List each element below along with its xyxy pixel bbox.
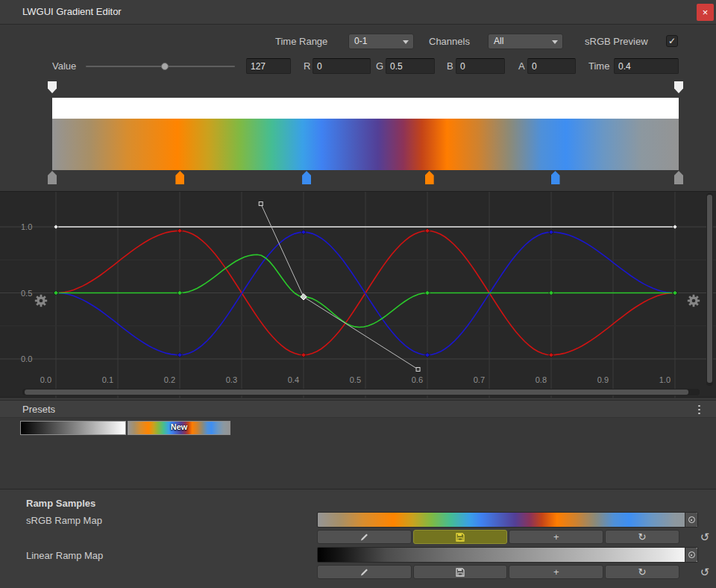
color-key-marker[interactable] — [551, 171, 560, 184]
channels-label: Channels — [429, 34, 470, 49]
curve-editor[interactable]: 0.00.10.20.30.40.50.60.70.80.91.01.00.50… — [0, 191, 716, 398]
srgb-preview-checkbox[interactable]: ✓ — [666, 35, 678, 47]
refresh-button[interactable]: ↻ — [605, 565, 679, 579]
svg-text:1.0: 1.0 — [21, 222, 32, 231]
chevron-down-icon — [403, 40, 409, 44]
object-picker-button[interactable] — [685, 548, 697, 562]
inspector-panel: Ramp Samples sRGB Ramp Map + — [0, 489, 716, 588]
slider-thumb[interactable] — [161, 63, 169, 70]
preset-swatch-grayscale[interactable] — [21, 422, 125, 434]
ramp-samples-header: Ramp Samples — [26, 498, 95, 509]
checkmark-icon: ✓ — [668, 37, 676, 46]
preset-swatch-new[interactable]: New — [128, 422, 230, 434]
undo-button[interactable]: ↺ — [698, 531, 712, 544]
undo-icon: ↺ — [700, 531, 710, 543]
channels-dropdown[interactable]: All — [488, 34, 563, 49]
save-icon — [456, 533, 465, 542]
b-field[interactable] — [456, 58, 505, 74]
svg-text:0.8: 0.8 — [536, 375, 547, 384]
gradient-preview-bar[interactable] — [52, 119, 679, 170]
color-key-marker[interactable] — [175, 171, 184, 184]
linear-ramp-field[interactable] — [317, 547, 698, 563]
undo-button[interactable]: ↺ — [698, 566, 712, 579]
alpha-key-marker[interactable] — [48, 81, 57, 93]
gradient-editor-window: LWGUI Gradient Editor × Time Range 0-1 C… — [0, 0, 716, 588]
svg-text:0.6: 0.6 — [412, 375, 423, 384]
b-label: B — [447, 58, 453, 74]
selected-key — [301, 294, 307, 300]
svg-text:0.0: 0.0 — [21, 354, 32, 363]
window-title: LWGUI Gradient Editor — [22, 6, 122, 17]
color-key-marker[interactable] — [425, 171, 434, 184]
value-slider[interactable] — [86, 59, 235, 74]
refresh-button[interactable]: ↻ — [605, 530, 679, 544]
value-label: Value — [52, 58, 76, 74]
srgb-ramp-label: sRGB Ramp Map — [26, 515, 102, 526]
save-button[interactable] — [413, 565, 508, 579]
svg-text:0.3: 0.3 — [226, 375, 237, 384]
a-field[interactable] — [527, 58, 576, 74]
srgb-ramp-field[interactable] — [317, 512, 698, 528]
r-label: R — [304, 58, 310, 74]
preset-name-label: New — [128, 422, 230, 431]
axis-labels: 0.00.10.20.30.40.50.60.70.80.91.01.00.50… — [21, 222, 671, 384]
color-key-marker[interactable] — [48, 171, 57, 184]
g-label: G — [376, 58, 383, 74]
refresh-icon: ↻ — [638, 532, 647, 542]
refresh-icon: ↻ — [638, 567, 647, 577]
add-button[interactable]: + — [509, 530, 603, 544]
chevron-down-icon — [552, 40, 558, 44]
curves-canvas[interactable]: 0.00.10.20.30.40.50.60.70.80.91.01.00.50… — [0, 192, 716, 398]
color-key-marker[interactable] — [674, 171, 683, 184]
title-bar: LWGUI Gradient Editor × — [0, 0, 716, 25]
linear-ramp-label: Linear Ramp Map — [26, 550, 103, 561]
save-icon — [456, 568, 465, 577]
object-picker-button[interactable] — [685, 513, 697, 527]
vertical-scrollbar[interactable] — [706, 193, 713, 386]
object-picker-icon — [688, 551, 695, 558]
grid — [0, 192, 716, 398]
scrollbar-thumb[interactable] — [707, 195, 712, 383]
color-key-row[interactable] — [52, 171, 679, 185]
alpha-key-marker[interactable] — [674, 81, 683, 93]
undo-icon: ↺ — [700, 566, 710, 578]
svg-text:0.0: 0.0 — [40, 375, 51, 384]
svg-text:0.7: 0.7 — [474, 375, 485, 384]
gear-icon[interactable] — [34, 293, 48, 308]
tangent-handle — [416, 367, 420, 371]
edit-button[interactable] — [317, 530, 412, 544]
close-icon: × — [703, 7, 709, 18]
r-field[interactable] — [313, 58, 371, 74]
plus-icon: + — [553, 532, 559, 542]
color-key-marker[interactable] — [302, 171, 311, 184]
kebab-menu-icon[interactable] — [695, 404, 703, 416]
scrollbar-thumb[interactable] — [25, 390, 688, 395]
add-button[interactable]: + — [509, 565, 603, 579]
save-button[interactable] — [413, 530, 508, 544]
time-field[interactable] — [614, 58, 679, 74]
pencil-icon — [359, 567, 369, 577]
time-range-label: Time Range — [275, 34, 327, 49]
time-range-dropdown[interactable]: 0-1 — [348, 34, 414, 49]
tangent-handle — [259, 202, 263, 206]
g-field[interactable] — [386, 58, 435, 74]
edit-button[interactable] — [317, 565, 412, 579]
svg-text:0.5: 0.5 — [350, 375, 361, 384]
horizontal-scrollbar[interactable] — [22, 389, 700, 395]
svg-text:0.1: 0.1 — [102, 375, 113, 384]
alpha-preview-bar[interactable] — [52, 98, 679, 119]
presets-header: Presets — [0, 400, 716, 418]
svg-text:0.2: 0.2 — [164, 375, 175, 384]
svg-text:0.9: 0.9 — [597, 375, 609, 384]
close-button[interactable]: × — [697, 4, 714, 21]
srgb-ramp-buttons: + ↻ — [317, 530, 679, 544]
value-field[interactable] — [246, 58, 291, 74]
alpha-key-row[interactable] — [52, 81, 679, 95]
channels-value: All — [494, 36, 503, 46]
gear-icon[interactable] — [686, 293, 701, 308]
a-label: A — [518, 58, 525, 74]
time-label: Time — [588, 58, 609, 74]
plus-icon: + — [553, 567, 559, 577]
pencil-icon — [359, 532, 369, 542]
presets-title: Presets — [22, 404, 55, 415]
